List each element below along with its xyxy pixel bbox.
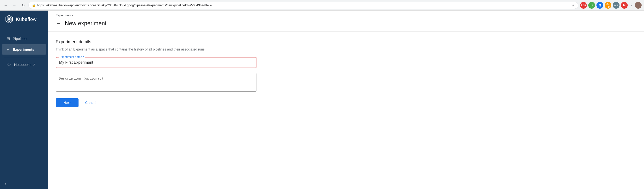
collapse-icon: ‹ <box>5 181 6 186</box>
notebooks-icon: <> <box>7 63 11 67</box>
forward-nav-button[interactable]: → <box>11 2 18 9</box>
experiment-name-field-wrapper: Experiment name * <box>56 57 256 68</box>
experiment-name-input[interactable] <box>59 60 253 65</box>
description-field-wrapper <box>56 73 256 92</box>
ext-gitzip-icon[interactable]: GitZip <box>604 2 611 9</box>
sidebar-item-notebooks[interactable]: <> Notebooks ↗ <box>2 60 46 70</box>
sidebar-nav: ⊞ Pipelines ✓ Experiments <> Notebooks ↗ <box>0 28 48 178</box>
experiment-name-label: Experiment name * <box>58 55 85 59</box>
svg-point-2 <box>8 18 10 20</box>
bookmark-icon: ☆ <box>571 3 574 8</box>
sidebar-divider-2 <box>4 72 44 72</box>
extensions-bar: ABP G ⇧ GitZip IMG M ⋮ <box>580 2 642 9</box>
url-text: https://ekaba-kubeflow-app.endpoints.oce… <box>37 3 570 7</box>
back-nav-button[interactable]: ← <box>2 2 9 9</box>
kubeflow-logo-icon <box>5 15 14 24</box>
breadcrumb: Experiments <box>48 11 644 17</box>
ext-arrow-icon[interactable]: ⇧ <box>596 2 603 9</box>
sidebar-item-experiments-label: Experiments <box>13 47 34 52</box>
app-container: Kubeflow ⊞ Pipelines ✓ Experiments <> No… <box>0 11 644 189</box>
sidebar-divider <box>4 57 44 57</box>
sidebar-collapse-button[interactable]: ‹ <box>0 178 48 189</box>
pipelines-icon: ⊞ <box>7 36 10 41</box>
sidebar-item-experiments[interactable]: ✓ Experiments <box>2 44 46 55</box>
address-bar[interactable]: 🔒 https://ekaba-kubeflow-app.endpoints.o… <box>28 2 578 9</box>
sidebar-logo-text: Kubeflow <box>16 17 36 22</box>
experiments-icon: ✓ <box>7 47 10 52</box>
sidebar-item-notebooks-label: Notebooks ↗ <box>14 63 36 67</box>
ext-m-icon[interactable]: M <box>621 2 628 9</box>
next-button[interactable]: Next <box>56 98 78 107</box>
reload-button[interactable]: ↻ <box>20 2 26 9</box>
section-description: Think of an Experiment as a space that c… <box>56 47 256 51</box>
sidebar-item-pipelines-label: Pipelines <box>13 37 27 41</box>
form-container: Experiment details Think of an Experimen… <box>48 32 264 115</box>
cancel-button[interactable]: Cancel <box>83 98 98 107</box>
back-button[interactable]: ← <box>56 20 61 27</box>
sidebar-item-pipelines[interactable]: ⊞ Pipelines <box>2 34 46 44</box>
ext-abp-icon[interactable]: ABP <box>580 2 587 9</box>
description-input[interactable] <box>59 76 253 87</box>
lock-icon: 🔒 <box>32 4 36 7</box>
section-title: Experiment details <box>56 40 256 45</box>
page-title: New experiment <box>65 20 106 27</box>
sidebar: Kubeflow ⊞ Pipelines ✓ Experiments <> No… <box>0 11 48 189</box>
ext-google-icon[interactable]: G <box>588 2 595 9</box>
ext-img-icon[interactable]: IMG <box>613 2 620 9</box>
sidebar-logo: Kubeflow <box>0 11 48 28</box>
browser-chrome: ← → ↻ 🔒 https://ekaba-kubeflow-app.endpo… <box>0 0 644 11</box>
user-avatar[interactable] <box>635 2 642 9</box>
main-content: Experiments ← New experiment Experiment … <box>48 11 644 189</box>
form-actions: Next Cancel <box>56 98 256 107</box>
page-header: ← New experiment <box>48 17 644 32</box>
browser-menu-icon[interactable]: ⋮ <box>629 3 634 8</box>
